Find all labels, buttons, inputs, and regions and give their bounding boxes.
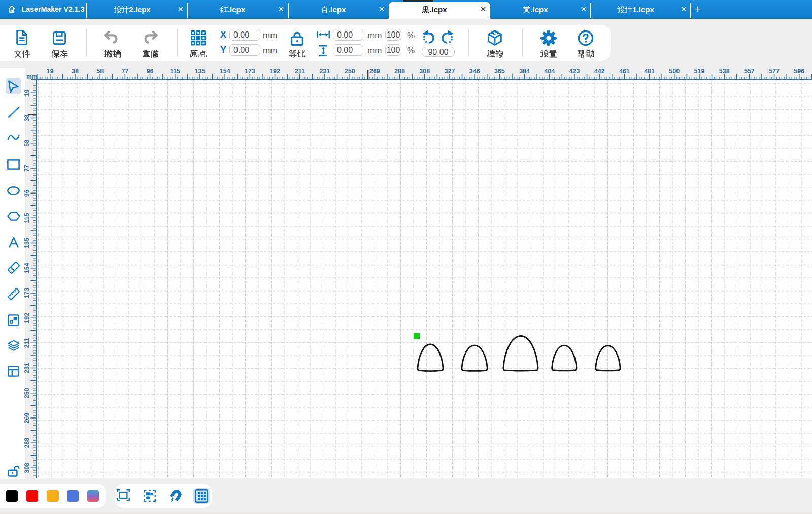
svg-text:404: 404	[544, 68, 555, 75]
svg-text:346: 346	[469, 68, 480, 75]
svg-text:596: 596	[794, 68, 804, 75]
svg-text:58: 58	[96, 68, 104, 75]
svg-text:557: 557	[744, 68, 755, 75]
svg-text:250: 250	[345, 68, 355, 75]
svg-text:384: 384	[519, 68, 530, 75]
svg-text:192: 192	[24, 313, 30, 324]
svg-text:154: 154	[24, 263, 30, 273]
svg-text:250: 250	[24, 388, 30, 398]
svg-text:192: 192	[269, 68, 280, 75]
svg-text:154: 154	[220, 68, 230, 75]
svg-text:327: 327	[445, 68, 455, 75]
svg-text:231: 231	[320, 68, 330, 75]
svg-text:19: 19	[47, 68, 54, 75]
svg-text:77: 77	[24, 165, 30, 172]
svg-text:135: 135	[195, 68, 206, 75]
svg-text:365: 365	[494, 68, 505, 75]
svg-text:96: 96	[24, 189, 30, 197]
svg-text:461: 461	[619, 68, 630, 75]
svg-text:442: 442	[594, 68, 605, 75]
svg-text:288: 288	[24, 438, 30, 448]
svg-text:423: 423	[569, 68, 580, 75]
svg-text:173: 173	[245, 68, 255, 75]
svg-text:96: 96	[147, 68, 154, 75]
svg-text:538: 538	[719, 68, 730, 75]
svg-text:211: 211	[295, 68, 305, 75]
svg-text:308: 308	[419, 68, 430, 75]
svg-text:500: 500	[669, 68, 680, 75]
svg-text:308: 308	[24, 463, 30, 473]
svg-text:269: 269	[369, 68, 380, 75]
svg-text:115: 115	[170, 68, 180, 75]
svg-text:577: 577	[769, 68, 780, 75]
svg-text:481: 481	[644, 68, 655, 75]
svg-text:77: 77	[121, 68, 128, 75]
svg-text:288: 288	[394, 68, 405, 75]
svg-text:211: 211	[24, 338, 30, 348]
svg-text:173: 173	[24, 288, 30, 299]
svg-text:58: 58	[24, 140, 30, 147]
svg-text:115: 115	[24, 213, 30, 223]
svg-text:231: 231	[24, 363, 30, 373]
svg-text:135: 135	[24, 238, 30, 248]
svg-text:38: 38	[72, 68, 79, 75]
svg-text:38: 38	[24, 115, 30, 122]
svg-text:269: 269	[24, 413, 30, 424]
svg-text:19: 19	[24, 89, 30, 97]
svg-text:519: 519	[694, 68, 705, 75]
